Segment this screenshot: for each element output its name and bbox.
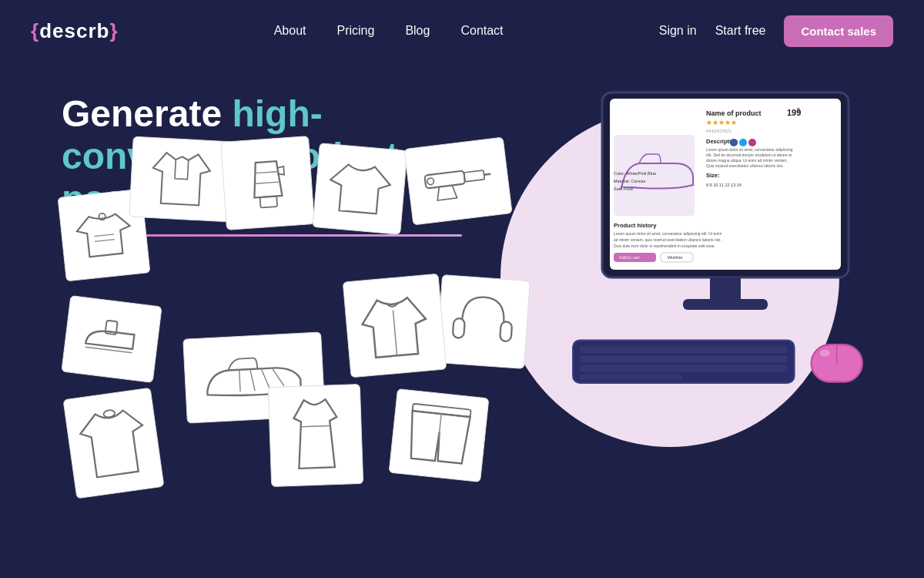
svg-point-61 [820, 349, 830, 356]
svg-rect-55 [580, 346, 788, 353]
svg-line-9 [484, 174, 490, 175]
svg-text:Product history: Product history [614, 222, 657, 229]
svg-rect-6 [424, 170, 465, 188]
product-sketches [62, 139, 493, 493]
svg-rect-7 [464, 170, 484, 182]
nav-blog[interactable]: Blog [405, 24, 430, 38]
svg-line-14 [393, 311, 397, 356]
sketch-card-iron [61, 295, 162, 383]
svg-text:Lorem ipsum dolor sit amet, co: Lorem ipsum dolor sit amet, consectetur … [706, 147, 793, 152]
svg-text:#410427821: #410427821 [706, 129, 732, 133]
sketch-card-tshirt [312, 143, 407, 235]
sketch-card-jacket [129, 136, 233, 223]
brace-open: { [31, 19, 39, 42]
sketch-card-drill [403, 136, 512, 225]
svg-text:Wishlist: Wishlist [668, 255, 682, 260]
monitor-svg: Name of product 199 $ ★★★★★ #410427821 D… [579, 85, 872, 378]
svg-rect-13 [500, 321, 512, 341]
svg-text:★★★★★: ★★★★★ [706, 119, 737, 126]
contact-sales-button[interactable]: Contact sales [784, 15, 893, 47]
svg-text:Material: Canvas: Material: Canvas [614, 179, 646, 183]
navbar: {descrb} About Pricing Blog Contact Sign… [0, 0, 924, 62]
svg-rect-12 [453, 318, 465, 338]
svg-point-33 [739, 139, 747, 146]
svg-line-1 [94, 234, 114, 237]
svg-line-16 [250, 369, 255, 391]
svg-rect-52 [710, 277, 741, 301]
svg-line-4 [256, 172, 277, 173]
svg-text:elit. Sed do eiusmod tempor in: elit. Sed do eiusmod tempor incididunt u… [706, 153, 792, 157]
sign-in-link[interactable]: Sign in [659, 24, 697, 38]
svg-text:ad minim veniam, quis nostrud : ad minim veniam, quis nostrud exercitati… [614, 237, 721, 242]
logo: {descrb} [31, 19, 119, 43]
svg-rect-58 [580, 374, 682, 379]
sketch-card-sweater [63, 388, 165, 499]
svg-line-22 [301, 425, 330, 426]
keyboard-svg [556, 336, 879, 404]
sketch-card-shorts [389, 388, 490, 482]
svg-point-8 [427, 177, 434, 185]
nav-pricing[interactable]: Pricing [336, 24, 374, 38]
svg-point-34 [748, 139, 756, 146]
svg-line-2 [95, 240, 115, 242]
sketch-card-hoodie [343, 274, 447, 378]
monitor-illustration: Name of product 199 $ ★★★★★ #410427821 D… [579, 85, 872, 381]
svg-line-17 [261, 368, 270, 388]
nav-about[interactable]: About [274, 24, 306, 38]
svg-line-18 [272, 368, 283, 386]
brand-name: descrb [39, 19, 109, 42]
svg-rect-56 [580, 355, 788, 362]
svg-text:$: $ [797, 107, 800, 113]
svg-point-32 [730, 139, 738, 146]
svg-text:Quis nostrud exercitation ulla: Quis nostrud exercitation ullamco labori… [706, 163, 783, 168]
svg-text:dolore magna aliqua. Ut enim a: dolore magna aliqua. Ut enim ad minim ve… [706, 158, 788, 163]
svg-text:Sale Price: Sale Price [614, 187, 633, 191]
nav-links: About Pricing Blog Contact [274, 24, 504, 38]
hero-section: Generate high-converting product pages a… [0, 62, 924, 578]
svg-rect-57 [580, 365, 788, 371]
svg-rect-53 [683, 299, 768, 310]
sketch-card-dress [268, 384, 363, 487]
svg-text:Lorem ipsum dolor sit amet, co: Lorem ipsum dolor sit amet, consectetur … [614, 231, 721, 236]
sketch-card-blender [220, 136, 315, 230]
sketch-card-headphones [436, 274, 531, 369]
nav-contact[interactable]: Contact [460, 24, 503, 38]
headline-part1: Generate [62, 93, 232, 134]
svg-text:Size:: Size: [706, 172, 720, 179]
svg-text:Add to cart: Add to cart [619, 255, 640, 260]
svg-text:Name of product: Name of product [706, 109, 762, 117]
svg-line-5 [256, 182, 280, 183]
brace-close: } [109, 19, 118, 42]
svg-text:8   9   10   11   12   13   14: 8 9 10 11 12 13 14 [706, 183, 742, 187]
svg-line-15 [239, 370, 239, 391]
svg-text:Color: White/Pink Blue: Color: White/Pink Blue [614, 171, 656, 176]
svg-text:Duis aute irure dolor in repre: Duis aute irure dolor in reprehenderit i… [614, 244, 715, 248]
start-free-link[interactable]: Start free [715, 24, 766, 38]
nav-actions: Sign in Start free Contact sales [659, 15, 893, 47]
